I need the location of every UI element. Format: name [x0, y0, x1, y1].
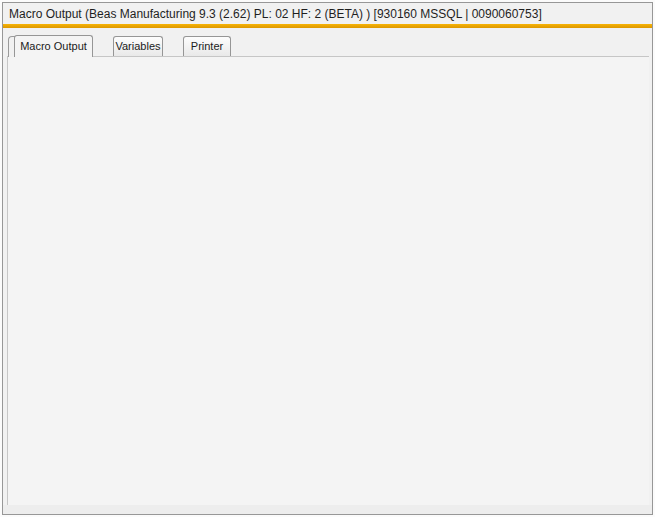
tab-printer-label: Printer [191, 40, 223, 52]
tab-macro-output[interactable]: Macro Output [14, 35, 93, 57]
title-bar: Macro Output (Beas Manufacturing 9.3 (2.… [4, 5, 651, 24]
macro-output-window: Macro Output (Beas Manufacturing 9.3 (2.… [0, 0, 655, 517]
form-panel [7, 56, 649, 505]
tab-variables-label: Variables [115, 40, 160, 52]
accent-line [3, 24, 652, 28]
tab-macro-output-label: Macro Output [20, 40, 87, 52]
tab-variables[interactable]: Variables [113, 36, 163, 56]
tab-printer[interactable]: Printer [183, 36, 231, 56]
window-title: Macro Output (Beas Manufacturing 9.3 (2.… [9, 7, 542, 21]
window-bottom-strip [3, 505, 652, 514]
